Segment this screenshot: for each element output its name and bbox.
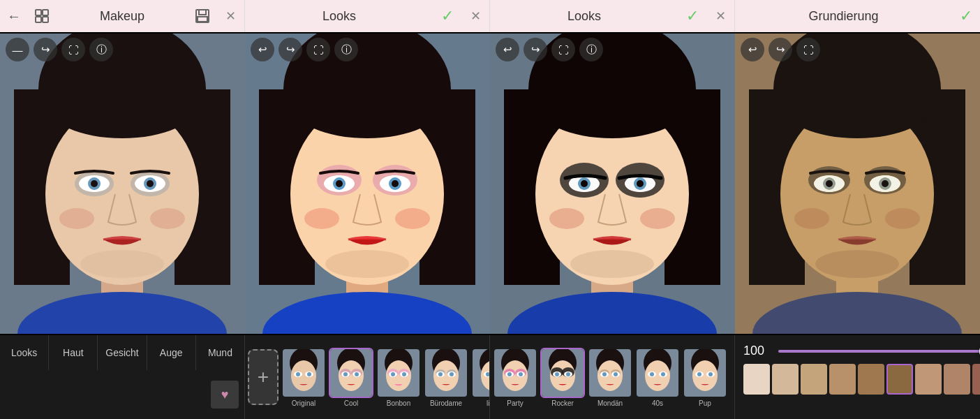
slider-value: 100 [743,344,771,358]
panel-1-overlay: — ↪ ⛶ ⓘ [0,32,245,67]
swatch-5[interactable] [886,364,913,395]
minus-button[interactable]: — [6,38,29,61]
svg-point-53 [535,68,689,138]
look-thumb-original[interactable]: Original [281,348,326,407]
look-thumb-img-party [493,348,537,398]
look-thumb-img-pup [683,348,727,398]
tab-auge[interactable]: Auge [147,335,196,370]
look-thumb-img-mondan [588,348,632,398]
svg-point-80 [826,180,833,187]
color-swatches [743,364,980,395]
redo-button[interactable]: ↪ [34,38,57,61]
look-label-pup: Pup [699,399,711,407]
bottom-actions: ♥ [0,370,244,419]
add-look-button[interactable]: + [248,349,279,405]
swatch-6[interactable] [915,364,942,395]
look-label-burodame: Bürodame [430,399,462,407]
back-button-3[interactable]: ↩ [496,38,519,61]
close-button-2[interactable]: ✕ [461,0,489,32]
check-button-3[interactable]: ✓ [678,0,706,32]
looks-tabs: Looks Haut Gesicht Auge Mund [0,335,244,370]
look-thumb-cool[interactable]: Cool [329,348,373,407]
svg-point-24 [80,250,164,278]
back-button-4[interactable]: ↩ [741,38,764,61]
swatch-8[interactable] [972,364,980,395]
back-button-2[interactable]: ↩ [251,38,274,61]
info-button-2[interactable]: ⓘ [334,38,358,61]
svg-point-82 [794,208,829,229]
panel-1-title: Makeup [56,9,188,24]
swatch-4[interactable] [858,364,884,395]
close-button-1[interactable]: ✕ [216,0,244,32]
svg-point-73 [780,68,934,138]
check-button-4[interactable]: ✓ [952,0,980,32]
swatch-3[interactable] [829,364,856,395]
back-button[interactable]: ← [0,0,28,32]
svg-point-83 [885,208,920,229]
crop-button-4[interactable]: ⛶ [796,38,820,61]
forward-button-4[interactable]: ↪ [769,38,792,61]
slider-fill [778,350,980,353]
looks-carousel: + Original Cool Bonbon Bürodame [245,335,490,419]
look-thumb-rocker[interactable]: Rocker [540,348,585,407]
tab-looks[interactable]: Looks [0,335,49,370]
look-thumb-lisch[interactable]: lisch [471,348,490,407]
svg-point-33 [290,68,444,138]
look-thumb-40s[interactable]: 40s [635,348,680,407]
panel-2-overlay: ↩ ↪ ⛶ ⓘ [245,32,490,67]
look-label-mondan: Mondän [597,399,623,407]
forward-button-3[interactable]: ↪ [524,38,547,61]
opacity-slider-row: 100 [743,344,980,358]
look-label-rocker: Rocker [551,399,574,407]
look-label-party: Party [507,399,523,407]
face-image-3 [490,32,735,335]
top-section-looks-2: Looks ✓ ✕ [490,0,735,32]
look-thumb-party[interactable]: Party [493,348,537,407]
heart-button[interactable]: ♥ [211,381,239,409]
svg-point-118 [438,372,443,376]
svg-point-43 [395,208,430,229]
svg-point-60 [581,180,588,187]
svg-point-91 [296,372,300,376]
grid-icon-button[interactable] [28,0,56,32]
close-button-3[interactable]: ✕ [706,0,734,32]
look-thumb-bonbon[interactable]: Bonbon [376,348,421,407]
panel-2-title: Looks [245,9,433,24]
info-button-3[interactable]: ⓘ [579,38,603,61]
tab-haut[interactable]: Haut [49,335,98,370]
forward-button-2[interactable]: ↪ [279,38,302,61]
svg-point-84 [815,250,899,278]
look-label-original: Original [292,399,315,407]
look-label-40s: 40s [652,399,663,407]
image-panel-2: ↩ ↪ ⛶ ⓘ [245,32,490,335]
swatch-1[interactable] [772,364,799,395]
swatch-7[interactable] [944,364,970,395]
image-panel-4: ↩ ↪ ⛶ [735,32,980,335]
look-thumb-img-cool [329,348,373,398]
svg-rect-2 [36,17,41,22]
svg-point-64 [570,250,654,278]
look-thumb-mondan[interactable]: Mondän [588,348,632,407]
crop-button-2[interactable]: ⛶ [306,38,330,61]
face-image-4 [735,32,980,335]
swatch-0[interactable] [743,364,770,395]
check-button-2[interactable]: ✓ [433,0,461,32]
grundierung-controls: 100 [735,335,980,419]
looks-carousel-2: Party Rocker Mondän 40s Pup [490,335,735,419]
svg-point-41 [392,180,399,187]
tab-gesicht[interactable]: Gesicht [98,335,147,370]
svg-point-145 [566,372,570,376]
look-thumb-burodame[interactable]: Bürodame [424,348,468,407]
tab-mund[interactable]: Mund [196,335,244,370]
info-button-1[interactable]: ⓘ [89,38,113,61]
crop-button-1[interactable]: ⛶ [61,38,85,61]
svg-point-161 [661,372,665,376]
save-button[interactable] [188,0,216,32]
opacity-slider-track[interactable] [778,350,980,353]
look-thumb-pup[interactable]: Pup [683,348,727,407]
svg-point-102 [355,372,359,376]
swatch-2[interactable] [801,364,827,395]
svg-rect-3 [43,17,48,22]
crop-button-3[interactable]: ⛶ [551,38,575,61]
look-label-bonbon: Bonbon [387,399,410,407]
